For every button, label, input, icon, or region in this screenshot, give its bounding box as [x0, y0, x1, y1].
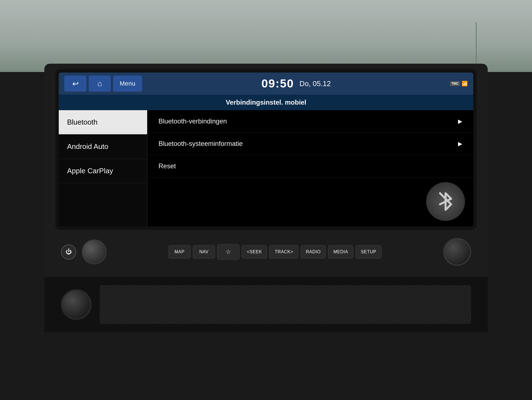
- car-infotainment-unit: ↩ ⌂ Menu 09:50 Do, 05.12 TMC 📶: [44, 64, 488, 332]
- menu-item-bluetooth-systeeminformatie[interactable]: Bluetooth-systeeminformatie ▶: [147, 133, 473, 155]
- favorite-button[interactable]: ☆: [217, 244, 239, 260]
- status-icons: TMC 📶: [450, 81, 468, 87]
- dashboard-knob-left[interactable]: [61, 289, 91, 320]
- seek-back-label: <SEEK: [247, 249, 262, 254]
- sidebar-item-android-auto[interactable]: Android Auto: [59, 135, 147, 159]
- date-display: Do, 05.12: [300, 79, 331, 88]
- menu-item-label-reset: Reset: [158, 162, 176, 170]
- nav-button[interactable]: NAV: [193, 245, 215, 259]
- menu-item-label-verbindingen: Bluetooth-verbindingen: [158, 117, 227, 125]
- tmc-badge: TMC: [450, 81, 460, 86]
- map-button[interactable]: MAP: [168, 245, 191, 259]
- content-area: Bluetooth Android Auto Apple CarPlay Blu…: [59, 110, 473, 226]
- nav-label: NAV: [199, 249, 208, 254]
- clock-display: 09:50: [261, 77, 294, 90]
- background-sky: [0, 0, 532, 72]
- back-button[interactable]: ↩: [64, 76, 86, 92]
- menu-item-label-systeeminformatie: Bluetooth-systeeminformatie: [158, 140, 243, 148]
- arrow-icon-systeeminformatie: ▶: [458, 140, 462, 147]
- tune-knob[interactable]: [443, 238, 471, 266]
- seek-back-button[interactable]: <SEEK: [242, 245, 267, 259]
- clock-area: 09:50 Do, 05.12: [144, 77, 448, 90]
- setup-label: SETUP: [361, 249, 376, 254]
- menu-item-reset[interactable]: Reset: [147, 155, 473, 177]
- track-forward-button[interactable]: TRACK>: [269, 245, 298, 259]
- sidebar-item-bluetooth[interactable]: Bluetooth: [59, 110, 147, 135]
- sidebar: Bluetooth Android Auto Apple CarPlay: [59, 110, 147, 226]
- radio-label: RADIO: [306, 249, 321, 254]
- menu-button[interactable]: Menu: [113, 76, 142, 92]
- menu-item-bluetooth-verbindingen[interactable]: Bluetooth-verbindingen ▶: [147, 110, 473, 133]
- dashboard-texture: [100, 285, 471, 324]
- signal-icon: 📶: [462, 81, 468, 87]
- main-screen: ↩ ⌂ Menu 09:50 Do, 05.12 TMC 📶: [59, 73, 473, 226]
- power-button[interactable]: ⏻: [61, 244, 76, 260]
- arrow-icon-verbindingen: ▶: [458, 118, 462, 125]
- sidebar-carplay-label: Apple CarPlay: [67, 167, 113, 175]
- center-buttons: MAP NAV ☆ <SEEK TRACK> RADIO MEDIA SETUP: [168, 244, 382, 260]
- power-icon: ⏻: [66, 248, 72, 256]
- page-title-bar: Verbindingsinstel. mobiel: [59, 95, 473, 110]
- sidebar-android-label: Android Auto: [67, 142, 108, 151]
- sidebar-item-apple-carplay[interactable]: Apple CarPlay: [59, 159, 147, 183]
- screen-bezel: ↩ ⌂ Menu 09:50 Do, 05.12 TMC 📶: [55, 69, 477, 230]
- home-icon: ⌂: [98, 79, 102, 88]
- star-icon: ☆: [226, 248, 231, 255]
- bluetooth-symbol-icon: [434, 188, 457, 215]
- right-controls: [443, 238, 471, 266]
- track-forward-label: TRACK>: [275, 249, 293, 254]
- map-label: MAP: [175, 249, 185, 254]
- setup-button[interactable]: SETUP: [355, 245, 382, 259]
- page-title: Verbindingsinstel. mobiel: [226, 99, 306, 106]
- main-content: Bluetooth-verbindingen ▶ Bluetooth-syste…: [147, 110, 473, 226]
- menu-label: Menu: [120, 80, 135, 87]
- dashboard-area: [44, 277, 488, 332]
- top-navigation-bar: ↩ ⌂ Menu 09:50 Do, 05.12 TMC 📶: [59, 73, 473, 95]
- home-button[interactable]: ⌂: [89, 76, 111, 92]
- back-icon: ↩: [72, 79, 79, 88]
- media-button[interactable]: MEDIA: [328, 245, 353, 259]
- volume-knob[interactable]: [82, 239, 107, 264]
- media-label: MEDIA: [333, 249, 348, 254]
- radio-button[interactable]: RADIO: [301, 245, 326, 259]
- physical-buttons-area: ⏻ MAP NAV ☆ <SEEK TRACK> RADIO: [44, 230, 488, 277]
- left-controls: ⏻: [61, 239, 107, 264]
- bluetooth-icon-container: [426, 182, 465, 221]
- sidebar-bluetooth-label: Bluetooth: [67, 118, 98, 126]
